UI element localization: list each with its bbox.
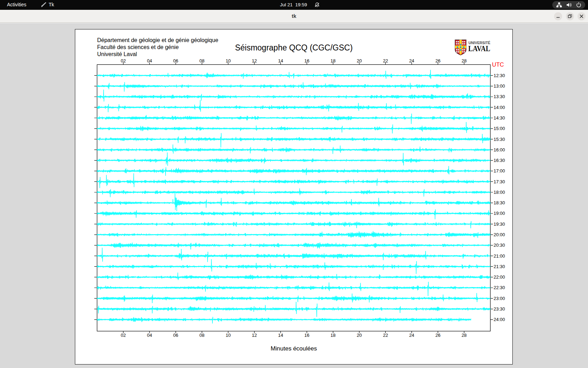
svg-text:22:00: 22:00 (493, 274, 505, 280)
svg-text:08: 08 (200, 333, 204, 338)
svg-text:21:30: 21:30 (493, 264, 505, 269)
svg-text:19:00: 19:00 (493, 211, 505, 216)
svg-text:19:30: 19:30 (493, 222, 505, 227)
svg-text:12:30: 12:30 (493, 73, 505, 78)
svg-text:14:00: 14:00 (493, 105, 505, 110)
svg-text:02: 02 (121, 58, 126, 63)
svg-text:Minutes écoulées: Minutes écoulées (271, 345, 317, 352)
svg-text:14:30: 14:30 (493, 115, 505, 121)
svg-text:26: 26 (435, 58, 440, 63)
svg-text:14: 14 (278, 333, 283, 338)
svg-text:24:00: 24:00 (493, 317, 505, 322)
svg-text:15:00: 15:00 (493, 126, 505, 131)
svg-text:Faculté des sciences et de gén: Faculté des sciences et de génie (97, 44, 179, 50)
svg-text:22: 22 (383, 333, 388, 338)
svg-text:18:30: 18:30 (493, 200, 505, 205)
svg-text:18: 18 (330, 333, 335, 338)
svg-text:17:00: 17:00 (493, 168, 505, 173)
svg-text:28: 28 (462, 58, 467, 63)
svg-text:18: 18 (330, 58, 335, 63)
svg-text:16:30: 16:30 (493, 158, 505, 163)
svg-text:04: 04 (147, 58, 152, 63)
svg-text:04: 04 (147, 333, 152, 338)
svg-text:26: 26 (435, 333, 440, 338)
svg-text:24: 24 (409, 58, 414, 63)
svg-text:20: 20 (357, 58, 362, 63)
svg-text:22: 22 (383, 58, 388, 63)
svg-text:16: 16 (304, 58, 309, 63)
svg-text:20: 20 (357, 333, 362, 338)
svg-text:22:30: 22:30 (493, 285, 505, 290)
svg-text:13:30: 13:30 (493, 94, 505, 99)
svg-text:12: 12 (252, 333, 257, 338)
svg-text:16: 16 (304, 333, 309, 338)
svg-text:06: 06 (173, 58, 178, 63)
svg-text:18:00: 18:00 (493, 190, 505, 195)
svg-text:14: 14 (278, 58, 283, 63)
svg-text:23:00: 23:00 (493, 296, 505, 301)
svg-text:17:30: 17:30 (493, 179, 505, 184)
svg-text:10: 10 (226, 333, 231, 338)
svg-text:23:30: 23:30 (493, 306, 505, 312)
svg-text:08: 08 (200, 58, 204, 63)
svg-text:LAVAL: LAVAL (468, 44, 490, 53)
svg-text:Séismographe QCQ (CGC/GSC): Séismographe QCQ (CGC/GSC) (235, 43, 352, 52)
svg-text:06: 06 (173, 333, 178, 338)
svg-text:15:30: 15:30 (493, 137, 505, 142)
svg-text:13:00: 13:00 (493, 83, 505, 89)
svg-text:12: 12 (252, 58, 257, 63)
svg-text:Université Laval: Université Laval (97, 51, 137, 57)
svg-text:02: 02 (121, 333, 126, 338)
svg-text:UTC: UTC (492, 61, 504, 68)
svg-text:28: 28 (462, 333, 467, 338)
svg-text:24: 24 (409, 333, 414, 338)
svg-text:20:30: 20:30 (493, 243, 505, 248)
svg-text:16:00: 16:00 (493, 147, 505, 152)
svg-text:21:00: 21:00 (493, 253, 505, 259)
svg-text:Département de géologie et de: Département de géologie et de génie géol… (97, 37, 218, 43)
svg-text:10: 10 (226, 58, 231, 63)
svg-text:20:00: 20:00 (493, 232, 505, 237)
